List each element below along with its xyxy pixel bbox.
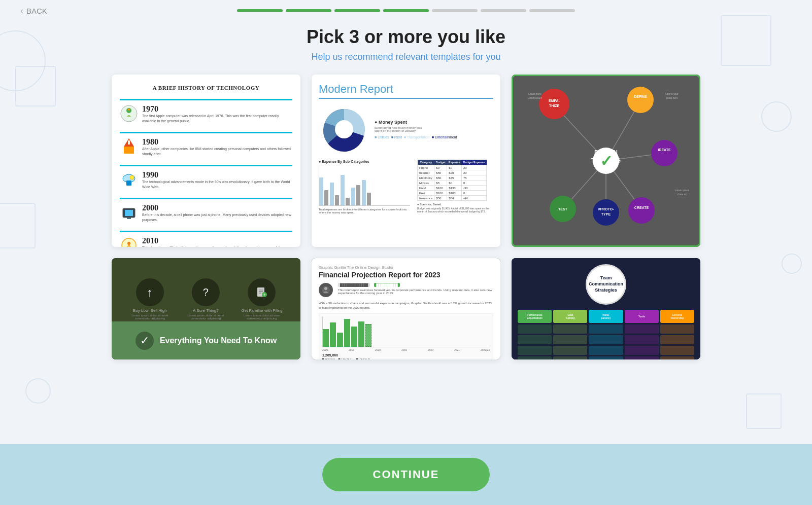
card-6-col-1-row-1 [518, 324, 552, 334]
card-6-col-2-row-2 [553, 335, 587, 344]
card-4-icon-2: ? [192, 278, 220, 306]
svg-text:Lorem ipsum: Lorem ipsum [675, 189, 690, 192]
card-6-col-3-row-1 [589, 324, 623, 334]
page-subtitle: Help us recommend relevant templates for… [10, 52, 802, 62]
progress-segment-6 [481, 9, 526, 12]
progress-segment-1 [237, 9, 283, 12]
card-2-pie-section: ● Money Spent Summary of how much money … [319, 104, 493, 155]
card-4-icon-1: ↑ [136, 278, 164, 306]
card-4-caption-1: Buy Low, Sell High [133, 308, 167, 313]
card-6-col-5-row-1 [660, 324, 694, 334]
card-6-col-1-row-3 [518, 346, 552, 355]
back-label: BACK [26, 7, 47, 15]
card-6-columns: PerformanceExpectations GoalSetting Tran… [518, 310, 694, 359]
card-6-col-5-row-4 [660, 356, 694, 359]
template-card-6[interactable]: ✓ TeamCommunicationStrategies Performanc… [512, 258, 700, 359]
card-6-col-4-row-4 [625, 356, 659, 359]
svg-point-13 [127, 242, 130, 245]
svg-text:#PROTO-: #PROTO- [598, 207, 615, 211]
bottom-bar: CONTINUE [0, 444, 812, 505]
card-1-title: A BRIEF HISTORY OF TECHNOLOGY [120, 85, 292, 91]
card-5-title: Financial Projection Report for 2023 [319, 271, 493, 279]
progress-segment-7 [529, 9, 575, 12]
svg-text:THIZE: THIZE [549, 104, 560, 107]
svg-point-30 [651, 140, 678, 166]
timeline-1980: 1980 After Apple, other companies like I… [120, 130, 292, 158]
template-card-5[interactable]: ✓ Graphic Gorilla The Online Design Stud… [312, 258, 500, 359]
progress-segment-3 [334, 9, 380, 12]
svg-text:Learn more: Learn more [528, 92, 542, 95]
card-4-icon-3: + [248, 278, 276, 306]
svg-text:CREATE: CREATE [634, 206, 649, 209]
svg-point-52 [324, 287, 327, 290]
timeline-2010: 2010 This decade was filled with innovat… [120, 229, 292, 247]
svg-point-8 [130, 175, 134, 179]
template-card-2[interactable]: ✓ Modern Report [312, 75, 500, 247]
back-chevron-icon: ‹ [20, 6, 23, 16]
card-4-caption-2: A Sure Thing? [193, 308, 219, 313]
card-6-col-5-row-2 [660, 335, 694, 344]
back-button[interactable]: ‹ BACK [20, 6, 47, 16]
progress-segment-2 [286, 9, 331, 12]
svg-rect-7 [126, 181, 131, 186]
card-6-col-3-row-3 [589, 346, 623, 355]
card-6-col-4-header: Tools [625, 310, 659, 323]
card-6-col-3-header: Trans-parency [589, 310, 623, 323]
svg-point-15 [335, 120, 353, 138]
card-5-header: Graphic Gorilla The Online Design Studio [319, 265, 493, 270]
card-6-col-1-row-2 [518, 335, 552, 344]
card-6-col-2-row-4 [553, 356, 587, 359]
svg-point-34 [628, 197, 655, 224]
card-6-col-2-row-1 [553, 324, 587, 334]
svg-text:IDEATE: IDEATE [658, 148, 670, 152]
page-title: Pick 3 or more you like [10, 26, 802, 48]
card-3-selected-check: ✓ [593, 148, 619, 174]
card-2-preview: Modern Report ● Money [312, 75, 500, 247]
timeline-1990: 1990 The technological advancements made… [120, 163, 292, 191]
svg-point-2 [128, 109, 130, 111]
card-6-col-5-header: ExtremeOwnership [660, 310, 694, 323]
card-6-col-2-header: GoalSetting [553, 310, 587, 323]
card-6-center-title: TeamCommunicationStrategies [586, 264, 626, 305]
card-4-icons: ↑ Buy Low, Sell High Lorem ipsum dolor s… [129, 278, 282, 320]
svg-text:dolor sit: dolor sit [678, 193, 687, 196]
svg-rect-10 [125, 210, 133, 216]
card-4-caption-3: Get Familiar with Filing [241, 308, 282, 313]
card-6-col-4-row-2 [625, 335, 659, 344]
svg-text:EMPA-: EMPA- [549, 99, 560, 102]
card-2-legend: ● Money Spent Summary of how much money … [375, 120, 457, 139]
page-header: Pick 3 or more you like Help us recommen… [0, 17, 812, 75]
card-4-selected-overlay: ✓ Everything You Need To Know [112, 321, 300, 359]
card-4-check-icon: ✓ [136, 332, 154, 350]
card-6-col-5-row-3 [660, 346, 694, 355]
card-2-bar-section: ● Expense By Sub-Categories [319, 160, 493, 214]
card-5-preview: Graphic Gorilla The Online Design Studio… [312, 258, 500, 359]
card-2-table: CategoryBudgetExpenseBudget Expense Phon… [417, 160, 487, 201]
card-2-title: Modern Report [319, 83, 493, 96]
template-card-3[interactable]: DESIGN THINKING EMPA- THIZE DEFINE IDEAT… [512, 75, 700, 247]
card-5-meta: █████████████ ██████████ This brief repo… [319, 283, 493, 297]
card-3-preview: DESIGN THINKING EMPA- THIZE DEFINE IDEAT… [512, 75, 700, 247]
card-1-preview: A BRIEF HISTORY OF TECHNOLOGY 1970 The f… [112, 75, 300, 247]
card-4-selected-text: Everything You Need To Know [160, 336, 277, 345]
svg-text:TEST: TEST [558, 207, 568, 211]
svg-text:Lorem ipsum: Lorem ipsum [528, 96, 543, 99]
svg-text:TYPE: TYPE [601, 212, 611, 216]
template-card-4[interactable]: ↑ Buy Low, Sell High Lorem ipsum dolor s… [112, 258, 300, 359]
template-grid: ✓ A BRIEF HISTORY OF TECHNOLOGY 1970 The… [51, 75, 761, 441]
svg-rect-3 [124, 147, 134, 154]
card-6-col-1-header: PerformanceExpectations [518, 310, 552, 323]
svg-text:goals here: goals here [666, 96, 678, 99]
timeline-1970: 1970 The first Apple computer was releas… [120, 97, 292, 125]
svg-point-28 [627, 87, 654, 113]
card-2-divider [319, 98, 493, 99]
progress-bar [237, 9, 575, 12]
continue-button[interactable]: CONTINUE [322, 458, 490, 491]
card-6-col-4-row-1 [625, 324, 659, 334]
card-6-col-3-row-4 [589, 356, 623, 359]
template-card-1[interactable]: ✓ A BRIEF HISTORY OF TECHNOLOGY 1970 The… [112, 75, 300, 247]
progress-segment-4 [383, 9, 429, 12]
card-6-preview: TeamCommunicationStrategies PerformanceE… [512, 258, 700, 359]
card-6-col-3-row-2 [589, 335, 623, 344]
svg-rect-11 [127, 218, 131, 219]
